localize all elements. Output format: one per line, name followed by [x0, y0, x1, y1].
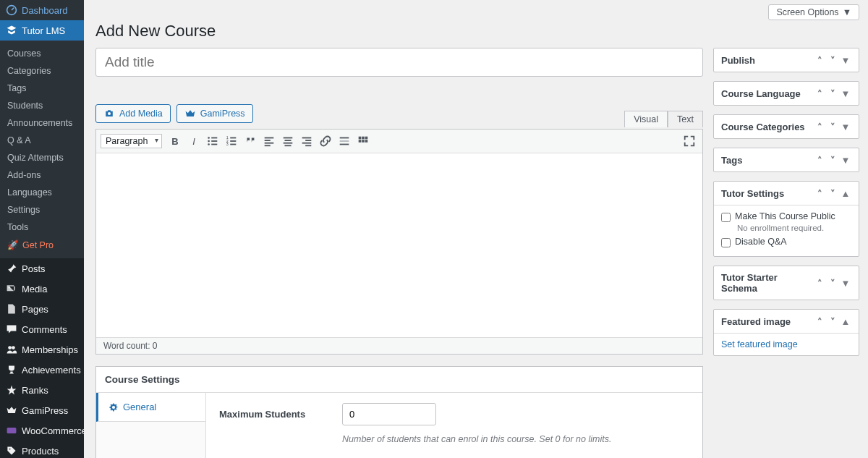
toggle-icon[interactable]: ▲: [840, 187, 851, 199]
sub-get-pro[interactable]: 🚀 Get Pro: [0, 236, 84, 254]
sidebar-label: Products: [22, 446, 59, 457]
toggle-icon[interactable]: ▼: [840, 154, 851, 166]
move-down-icon[interactable]: ˅: [827, 187, 838, 199]
move-up-icon[interactable]: ˄: [814, 121, 825, 132]
svg-point-1: [9, 287, 10, 288]
fullscreen-button[interactable]: [681, 132, 698, 150]
align-left-button[interactable]: [260, 132, 278, 150]
course-settings-title: Course Settings: [96, 367, 702, 393]
trophy-icon: [6, 364, 17, 376]
sub-categories[interactable]: Categories: [0, 62, 84, 80]
sidebar-achievements[interactable]: Achievements: [0, 360, 84, 380]
sub-quiz-attempts[interactable]: Quiz Attempts: [0, 149, 84, 166]
move-up-icon[interactable]: ˄: [814, 154, 825, 166]
toolbar-toggle-button[interactable]: [354, 132, 372, 150]
format-select[interactable]: Paragraph: [101, 134, 162, 148]
set-featured-link[interactable]: Set featured image: [721, 339, 798, 349]
move-up-icon[interactable]: ˄: [814, 277, 825, 289]
bullet-list-button[interactable]: [204, 132, 221, 150]
sub-settings[interactable]: Settings: [0, 201, 84, 219]
gamipress-button[interactable]: GamiPress: [176, 104, 253, 123]
woo-icon: [6, 425, 17, 436]
move-down-icon[interactable]: ˅: [827, 121, 838, 132]
sidebar-products[interactable]: Products: [0, 441, 84, 458]
toggle-icon[interactable]: ▼: [840, 54, 851, 66]
sub-courses[interactable]: Courses: [0, 45, 84, 62]
topbar: Screen Options ▼: [84, 0, 868, 20]
toggle-icon[interactable]: ▲: [840, 315, 851, 327]
svg-point-9: [108, 112, 111, 115]
align-right-button[interactable]: [298, 132, 315, 150]
sidebar-pages[interactable]: Pages: [0, 299, 84, 319]
editor-textarea[interactable]: [96, 153, 702, 337]
readmore-button[interactable]: [336, 132, 353, 150]
svg-point-10: [208, 137, 210, 139]
max-students-input[interactable]: [342, 403, 436, 425]
svg-rect-33: [305, 145, 311, 146]
move-up-icon[interactable]: ˄: [814, 187, 825, 199]
ranks-icon: [6, 384, 17, 396]
add-media-button[interactable]: Add Media: [95, 104, 171, 123]
editor-tab-visual[interactable]: Visual: [624, 111, 668, 127]
sidebar-label: Comments: [22, 324, 67, 335]
move-down-icon[interactable]: ˅: [827, 315, 838, 327]
svg-rect-19: [230, 140, 236, 142]
toggle-icon[interactable]: ▼: [840, 88, 851, 99]
course-title-input[interactable]: [95, 48, 703, 77]
move-down-icon[interactable]: ˅: [827, 154, 838, 166]
max-students-help: Number of students that can enrol in thi…: [342, 434, 689, 444]
move-down-icon[interactable]: ˅: [827, 88, 838, 99]
svg-rect-23: [265, 140, 271, 141]
sidebar-media[interactable]: Media: [0, 279, 84, 299]
toggle-icon[interactable]: ▼: [840, 121, 851, 132]
sidebar-label: Tutor LMS: [22, 25, 65, 36]
sidebar-woocommerce[interactable]: WooCommerce: [0, 420, 84, 441]
sub-qa[interactable]: Q & A: [0, 132, 84, 149]
svg-rect-29: [285, 145, 292, 146]
sub-students[interactable]: Students: [0, 97, 84, 114]
sidebar-ranks[interactable]: Ranks: [0, 380, 84, 400]
editor-tab-text[interactable]: Text: [668, 111, 703, 127]
page-title: Add New Course: [84, 20, 868, 48]
metabox-course-language: Course Language ˄˅▼: [713, 81, 859, 106]
sidebar-comments[interactable]: Comments: [0, 319, 84, 339]
sub-announcements[interactable]: Announcements: [0, 114, 84, 132]
number-list-button[interactable]: 123: [223, 132, 240, 150]
move-up-icon[interactable]: ˄: [814, 88, 825, 99]
metabox-publish: Publish ˄˅▼: [713, 48, 859, 72]
dashboard-icon: [6, 4, 17, 16]
link-button[interactable]: [317, 132, 334, 150]
sidebar-tutor-lms[interactable]: Tutor LMS: [0, 20, 84, 41]
quote-button[interactable]: [242, 132, 259, 150]
disable-qa-checkbox[interactable]: [721, 238, 731, 247]
editor-box: Visual Text Paragraph B I 123: [95, 129, 703, 355]
general-tab[interactable]: General: [96, 393, 205, 422]
move-up-icon[interactable]: ˄: [814, 54, 825, 66]
svg-rect-17: [230, 137, 236, 139]
sidebar-label: Achievements: [22, 365, 81, 376]
screen-options-button[interactable]: Screen Options ▼: [768, 4, 859, 20]
sub-addons[interactable]: Add-ons: [0, 166, 84, 184]
sub-languages[interactable]: Languages: [0, 184, 84, 201]
sidebar-memberships[interactable]: Memberships: [0, 339, 84, 360]
sub-tools[interactable]: Tools: [0, 219, 84, 236]
general-tab-label: General: [123, 402, 156, 412]
svg-rect-42: [365, 140, 368, 143]
move-down-icon[interactable]: ˅: [827, 277, 838, 289]
sub-tags[interactable]: Tags: [0, 80, 84, 97]
bold-button[interactable]: B: [166, 132, 184, 150]
sidebar-dashboard[interactable]: Dashboard: [0, 0, 84, 20]
tags-title: Tags: [721, 155, 742, 166]
sidebar-label: Dashboard: [22, 5, 68, 16]
sidebar-posts[interactable]: Posts: [0, 258, 84, 279]
italic-button[interactable]: I: [185, 132, 203, 150]
main-content: Screen Options ▼ Add New Course Add Medi…: [84, 0, 868, 458]
move-up-icon[interactable]: ˄: [814, 315, 825, 327]
move-down-icon[interactable]: ˅: [827, 54, 838, 66]
sidebar-label: Media: [22, 284, 47, 294]
public-course-checkbox[interactable]: [721, 213, 731, 222]
sidebar-gamipress[interactable]: GamiPress: [0, 400, 84, 420]
align-center-button[interactable]: [279, 132, 297, 150]
toggle-icon[interactable]: ▼: [840, 277, 851, 289]
svg-rect-21: [230, 144, 236, 145]
